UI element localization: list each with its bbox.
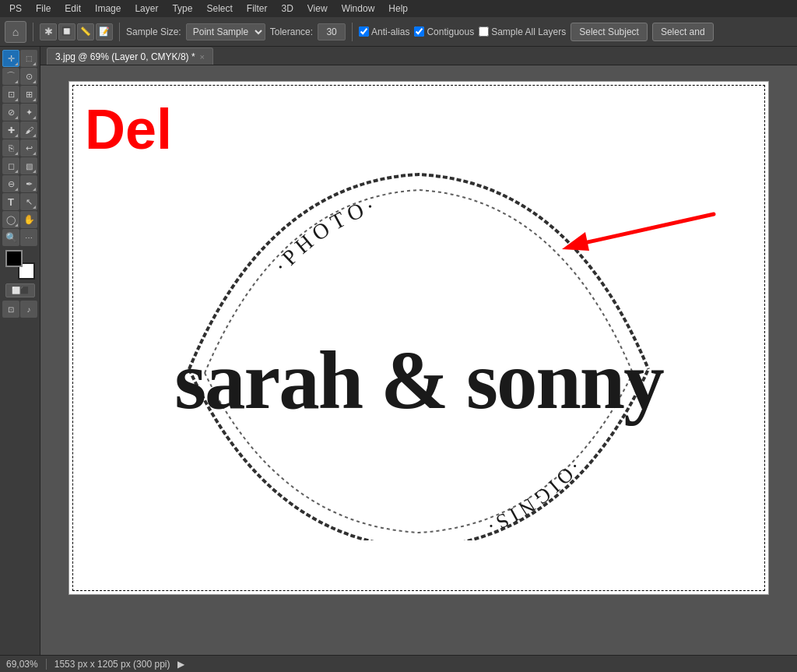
zoom-tool[interactable]: 🔍 bbox=[2, 229, 19, 246]
svg-marker-1 bbox=[562, 232, 589, 251]
del-annotation: Del bbox=[85, 97, 172, 161]
svg-line-0 bbox=[574, 214, 714, 245]
main-area: ✛ ⬚ ⌒ ⊙ ⊡ ⊞ bbox=[0, 47, 797, 655]
healing-tool[interactable]: ✚ bbox=[2, 121, 19, 139]
tool-options-group: ✱ 🔲 📏 📝 bbox=[40, 23, 113, 40]
logo-svg: ·PHOTO· ·OIGNIS· sarah & sonny bbox=[127, 135, 711, 540]
sample-all-layers-checkbox-group[interactable]: Sample All Layers bbox=[479, 26, 566, 37]
menu-edit[interactable]: Edit bbox=[58, 2, 87, 16]
menu-help[interactable]: Help bbox=[382, 2, 414, 16]
eyedropper-tool[interactable]: ⊘ bbox=[2, 104, 19, 121]
extra-tool[interactable]: ⋯ bbox=[20, 229, 37, 246]
menu-bar: PS File Edit Image Layer Type Select Fil… bbox=[0, 0, 797, 17]
menu-select[interactable]: Select bbox=[200, 2, 238, 16]
menu-view[interactable]: View bbox=[301, 2, 334, 16]
status-arrow[interactable]: ▶ bbox=[177, 659, 184, 670]
dodge-tool[interactable]: ⊖ bbox=[2, 175, 19, 192]
tab-label: 3.jpg @ 69% (Layer 0, CMYK/8) * bbox=[55, 51, 195, 62]
menu-ps[interactable]: PS bbox=[3, 2, 28, 16]
path-select-tool[interactable]: ↖ bbox=[20, 193, 37, 210]
quick-mask-button[interactable]: ⬜⬛ bbox=[5, 283, 35, 297]
screen-mode-btn[interactable]: ⊡ bbox=[2, 301, 19, 318]
tool-row-4: ⊘ ✦ bbox=[2, 104, 37, 121]
menu-window[interactable]: Window bbox=[335, 2, 381, 16]
menu-file[interactable]: File bbox=[30, 2, 57, 16]
contiguous-label: Contiguous bbox=[427, 26, 474, 37]
menu-filter[interactable]: Filter bbox=[241, 2, 274, 16]
sample-all-layers-label: Sample All Layers bbox=[491, 26, 566, 37]
document-tab[interactable]: 3.jpg @ 69% (Layer 0, CMYK/8) * × bbox=[47, 47, 213, 65]
sample-size-select[interactable]: Point Sample bbox=[186, 23, 265, 40]
options-toolbar: ⌂ ✱ 🔲 📏 📝 Sample Size: Point Sample Tole… bbox=[0, 17, 797, 47]
menu-type[interactable]: Type bbox=[166, 2, 198, 16]
type-tool[interactable]: T bbox=[2, 193, 19, 210]
hand-tool[interactable]: ✋ bbox=[20, 211, 37, 228]
marquee-tool[interactable]: ⬚ bbox=[20, 50, 37, 67]
select-and-mask-button[interactable]: Select and bbox=[652, 23, 714, 41]
menu-image[interactable]: Image bbox=[89, 2, 127, 16]
sample-size-label: Sample Size: bbox=[126, 26, 181, 37]
tool-row-9: T ↖ bbox=[2, 193, 37, 210]
svg-text:·PHOTO·: ·PHOTO· bbox=[269, 192, 381, 277]
home-button[interactable]: ⌂ bbox=[5, 21, 26, 43]
antialias-checkbox[interactable] bbox=[359, 26, 369, 37]
eraser-tool[interactable]: ◻ bbox=[2, 157, 19, 174]
quick-select-tool[interactable]: ⊙ bbox=[20, 68, 37, 85]
lasso-tool[interactable]: ⌒ bbox=[2, 68, 19, 85]
toolbar-separator-2 bbox=[119, 23, 120, 41]
toolbar-separator-1 bbox=[33, 23, 33, 41]
color-swatches[interactable] bbox=[5, 250, 35, 280]
svg-text:·OIGNIS·: ·OIGNIS· bbox=[481, 456, 585, 539]
clone-stamp-tool[interactable]: ⎘ bbox=[2, 139, 19, 157]
status-bar: 69,03% 1553 px x 1205 px (300 ppi) ▶ bbox=[0, 655, 797, 672]
zoom-level: 69,03% bbox=[6, 659, 38, 670]
tool-row-11: 🔍 ⋯ bbox=[2, 229, 37, 246]
tool-row-7: ◻ ▧ bbox=[2, 157, 37, 174]
tab-bar: 3.jpg @ 69% (Layer 0, CMYK/8) * × bbox=[40, 47, 797, 65]
gradient-tool[interactable]: ▧ bbox=[20, 157, 37, 174]
sample-tool[interactable]: ✦ bbox=[20, 104, 37, 121]
tool-row-screen: ⊡ ♪ bbox=[2, 301, 37, 318]
ruler-btn[interactable]: 📏 bbox=[77, 23, 94, 40]
tool-row-1: ✛ ⬚ bbox=[2, 50, 37, 67]
menu-layer[interactable]: Layer bbox=[128, 2, 164, 16]
menu-3d[interactable]: 3D bbox=[275, 2, 299, 16]
frame-tool[interactable]: ⊞ bbox=[20, 86, 37, 103]
toggle-extra-btn[interactable]: ♪ bbox=[20, 301, 37, 318]
svg-text:sarah & sonny: sarah & sonny bbox=[174, 335, 664, 426]
canvas-area[interactable]: 3.jpg @ 69% (Layer 0, CMYK/8) * × Del bbox=[40, 47, 797, 655]
foreground-color-swatch[interactable] bbox=[5, 250, 23, 267]
left-tool-panel: ✛ ⬚ ⌒ ⊙ ⊡ ⊞ bbox=[0, 47, 40, 655]
tool-row-6: ⎘ ↩ bbox=[2, 139, 37, 157]
tolerance-input[interactable] bbox=[318, 23, 346, 40]
tab-close-button[interactable]: × bbox=[200, 52, 205, 62]
antialias-label: Anti-alias bbox=[371, 26, 409, 37]
tool-row-3: ⊡ ⊞ bbox=[2, 86, 37, 103]
select-subject-button[interactable]: Select Subject bbox=[571, 23, 648, 41]
document-dimensions: 1553 px x 1205 px (300 ppi) bbox=[54, 659, 170, 670]
tool-row-8: ⊖ ✒ bbox=[2, 175, 37, 192]
contiguous-checkbox-group[interactable]: Contiguous bbox=[414, 26, 474, 37]
tool-row-2: ⌒ ⊙ bbox=[2, 68, 37, 85]
tool-row-5: ✚ 🖌 bbox=[2, 121, 37, 139]
shape-tool[interactable]: ◯ bbox=[2, 211, 19, 228]
canvas-container: Del bbox=[68, 81, 769, 595]
brush-tool[interactable]: 🖌 bbox=[20, 121, 37, 139]
note-btn[interactable]: 📝 bbox=[96, 23, 113, 40]
move-tool[interactable]: ✛ bbox=[2, 50, 19, 67]
history-brush-tool[interactable]: ↩ bbox=[20, 139, 37, 157]
contiguous-checkbox[interactable] bbox=[414, 26, 424, 37]
tolerance-label: Tolerance: bbox=[270, 26, 313, 37]
toolbar-separator-3 bbox=[352, 23, 353, 41]
pen-tool[interactable]: ✒ bbox=[20, 175, 37, 192]
crop-tool[interactable]: ⊡ bbox=[2, 86, 19, 103]
red-arrow-annotation bbox=[550, 202, 722, 268]
tool-row-10: ◯ ✋ bbox=[2, 211, 37, 228]
canvas-image[interactable]: Del bbox=[68, 81, 769, 595]
eyedropper-btn[interactable]: ✱ bbox=[40, 23, 57, 40]
status-separator bbox=[46, 659, 47, 670]
antialias-checkbox-group[interactable]: Anti-alias bbox=[359, 26, 409, 37]
sample-all-layers-checkbox[interactable] bbox=[479, 26, 489, 37]
color-sample-btn[interactable]: 🔲 bbox=[58, 23, 75, 40]
